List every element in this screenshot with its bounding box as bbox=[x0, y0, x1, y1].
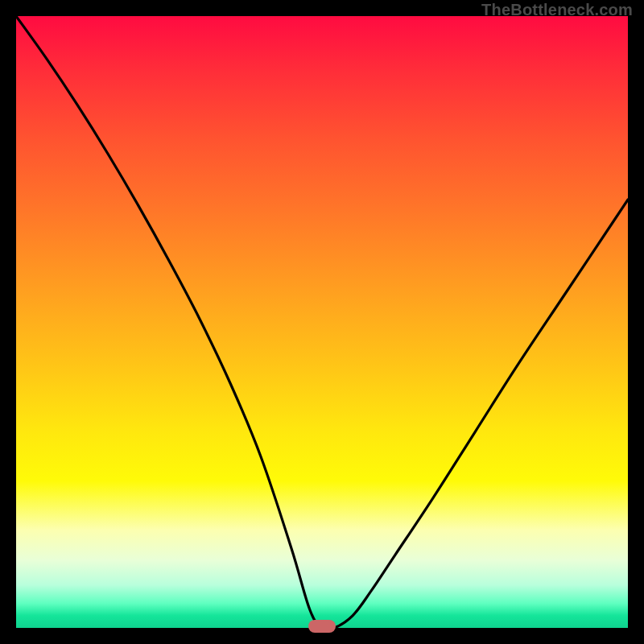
chart-stage: TheBottleneck.com bbox=[0, 0, 644, 644]
bottleneck-curve bbox=[16, 16, 628, 628]
plot-area bbox=[16, 16, 628, 628]
watermark-text: TheBottleneck.com bbox=[481, 2, 633, 18]
min-marker bbox=[308, 620, 336, 633]
